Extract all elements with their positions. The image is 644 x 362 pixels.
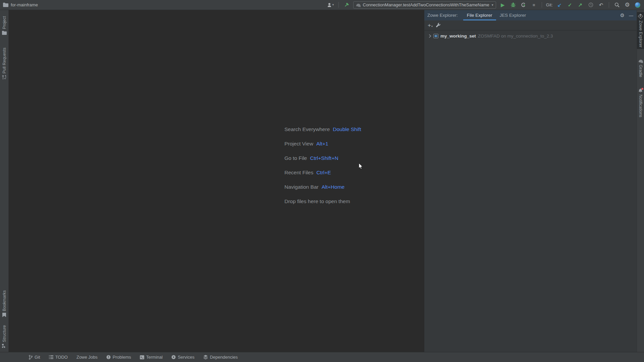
stripe-item-gradle[interactable]: Gradle <box>637 58 644 79</box>
caret-down-icon: ▾ <box>492 3 493 7</box>
drop-files-hint: Drop files here to open them <box>284 194 361 208</box>
file-explorer-tree: my_working_set ZOSMFAD on my_connection_… <box>424 31 637 40</box>
shortcut-row: Recent Files Ctrl+E <box>284 165 361 180</box>
rollback-arrow-icon: ↶ <box>599 2 603 7</box>
project-title: for-mainframe <box>0 2 38 7</box>
shortcut-row: Project View Alt+1 <box>284 136 361 151</box>
build-hammer-button[interactable] <box>343 1 350 9</box>
profile-sphere-button[interactable] <box>634 1 641 9</box>
stripe-item-project[interactable]: Project <box>2 15 7 36</box>
toolbar-separator <box>338 2 339 8</box>
stop-button[interactable]: ■ <box>530 1 538 9</box>
tab-file-explorer[interactable]: File Explorer <box>463 10 496 20</box>
statusbar-item-zowe-jobs[interactable]: Zowe Jobs <box>76 355 98 360</box>
zowe-icon: Z <box>638 13 643 19</box>
dependencies-icon <box>203 355 208 359</box>
structure-icon <box>2 344 6 348</box>
commit-check-icon: ✓ <box>568 2 572 7</box>
stripe-item-zowe-explorer[interactable]: Z Zowe Explorer <box>637 12 644 49</box>
stripe-item-bookmarks[interactable]: Bookmarks <box>2 289 7 319</box>
clock-icon <box>588 2 593 7</box>
mouse-cursor <box>359 163 363 170</box>
caret-down-icon: ▾ <box>332 3 334 6</box>
gear-icon: ⚙ <box>620 12 625 18</box>
edit-working-set-button[interactable] <box>436 23 441 28</box>
git-label: Git: <box>546 2 553 7</box>
caret-down-icon: ▾ <box>431 25 433 28</box>
add-working-set-button[interactable]: + ▾ <box>428 23 433 28</box>
stripe-label: Bookmarks <box>2 290 7 311</box>
notification-badge <box>641 88 643 90</box>
working-set-detail: ZOSMFAD on my_connection_to_2.3 <box>478 34 553 39</box>
statusbar-item-git[interactable]: Git <box>29 355 40 360</box>
terminal-icon <box>140 355 144 359</box>
zowe-explorer-tool-window: Zowe Explorer: File Explorer JES Explore… <box>424 10 637 352</box>
services-icon <box>171 355 176 359</box>
minimize-icon: — <box>629 13 633 18</box>
rollback-button[interactable]: ↶ <box>597 1 605 9</box>
project-folder-icon <box>3 3 8 7</box>
statusbar-item-problems[interactable]: Problems <box>106 355 131 360</box>
settings-button[interactable]: ⚙ <box>624 1 631 9</box>
coverage-icon <box>521 2 526 7</box>
gradle-icon <box>638 59 643 63</box>
tool-window-toolbar: + ▾ <box>424 20 637 31</box>
stripe-item-notifications[interactable]: Notifications <box>637 87 644 119</box>
title-bar: for-mainframe ▾ ConnectionManager.testAd… <box>0 0 644 10</box>
stripe-item-pull-requests[interactable]: Pull Requests <box>2 46 7 81</box>
tab-jes-explorer[interactable]: JES Explorer <box>496 10 530 20</box>
hide-tool-window-button[interactable]: — <box>629 12 633 18</box>
stripe-label: Project <box>2 16 7 29</box>
statusbar-item-dependencies[interactable]: Dependencies <box>203 355 238 360</box>
status-bar: Git TODO Zowe Jobs Problems Terminal Ser… <box>0 352 644 362</box>
stripe-item-structure[interactable]: Structure <box>2 324 7 349</box>
statusbar-item-todo[interactable]: TODO <box>49 355 68 360</box>
run-with-coverage-button[interactable] <box>520 1 527 9</box>
run-configuration-select[interactable]: ConnectionManager.testAddTwoConnectionsW… <box>353 1 496 9</box>
right-tool-stripe: Z Zowe Explorer Gradle Notifications <box>637 10 644 352</box>
sphere-icon <box>635 2 640 8</box>
git-branch-icon <box>29 355 33 360</box>
search-icon <box>614 2 620 7</box>
stripe-label: Gradle <box>638 65 643 77</box>
git-push-button[interactable]: ↗ <box>577 1 584 9</box>
git-commit-button[interactable]: ✓ <box>566 1 574 9</box>
bug-icon <box>511 2 516 7</box>
notification-bell-icon <box>638 88 643 93</box>
gear-icon: ⚙ <box>625 2 630 8</box>
wrench-icon <box>436 23 441 28</box>
toolbar-separator <box>609 2 609 8</box>
chevron-right-icon[interactable] <box>429 34 431 38</box>
stripe-label: Structure <box>2 325 7 342</box>
stripe-label: Pull Requests <box>2 48 7 73</box>
tool-window-settings-button[interactable]: ⚙ <box>620 12 625 18</box>
folder-icon <box>2 31 7 35</box>
keyboard-shortcuts-hint: Search Everywhere Double Shift Project V… <box>284 122 361 208</box>
gradle-icon <box>356 3 361 7</box>
tool-window-header: Zowe Explorer: File Explorer JES Explore… <box>424 10 637 20</box>
project-name: for-mainframe <box>11 2 38 7</box>
working-set-name: my_working_set <box>440 34 476 39</box>
stripe-label: Notifications <box>638 95 643 117</box>
run-configuration-name: ConnectionManager.testAddTwoConnectionsW… <box>363 2 489 7</box>
search-everywhere-button[interactable] <box>613 1 621 9</box>
bookmark-icon <box>2 313 6 317</box>
user-dropdown-button[interactable]: ▾ <box>327 1 334 9</box>
tool-window-title: Zowe Explorer: <box>427 13 458 18</box>
git-update-button[interactable]: ↙ <box>556 1 563 9</box>
statusbar-item-terminal[interactable]: Terminal <box>140 355 163 360</box>
toolbar-separator <box>542 2 542 8</box>
shortcut-row: Search Everywhere Double Shift <box>284 122 361 136</box>
run-button[interactable]: ▶ <box>499 1 506 9</box>
history-button[interactable] <box>587 1 594 9</box>
push-arrow-icon: ↗ <box>578 2 583 7</box>
statusbar-item-services[interactable]: Services <box>171 355 195 360</box>
main-toolbar: ▾ ConnectionManager.testAddTwoConnection… <box>327 1 644 9</box>
plus-icon: + <box>428 23 431 28</box>
update-arrow-icon: ↙ <box>557 2 562 7</box>
working-set-tree-row[interactable]: my_working_set ZOSMFAD on my_connection_… <box>424 32 637 40</box>
pull-request-icon <box>2 75 6 79</box>
shortcut-row: Go to File Ctrl+Shift+N <box>284 151 361 165</box>
editor-area: Search Everywhere Double Shift Project V… <box>9 10 424 352</box>
debug-button[interactable] <box>509 1 517 9</box>
